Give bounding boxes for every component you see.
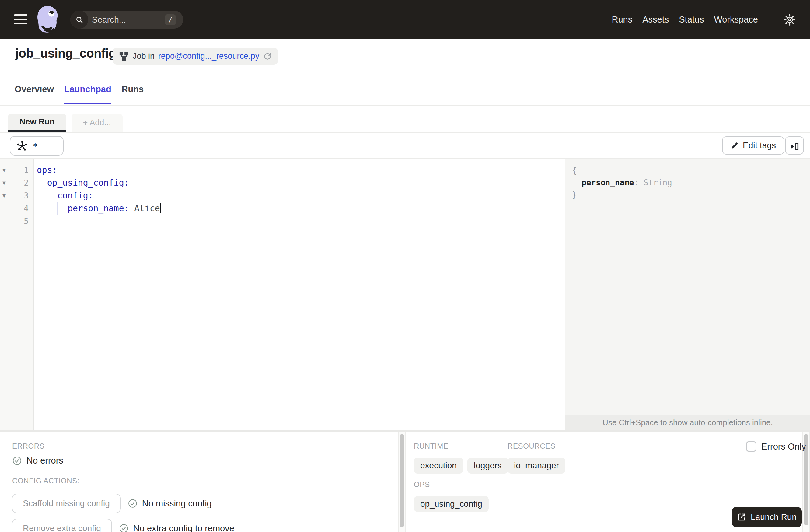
tag-io-manager[interactable]: io_manager — [507, 458, 565, 473]
job-graph-icon — [119, 51, 129, 62]
schema-line: } — [572, 189, 810, 201]
expand-panel-icon — [790, 141, 799, 150]
header-tabs: OverviewLaunchpadRuns — [15, 84, 144, 104]
editor-gutter: ▾1▾2▾345 — [0, 159, 34, 430]
job-badge-prefix: Job in — [133, 51, 155, 61]
check-circle-icon — [128, 499, 137, 508]
check-circle-icon — [119, 523, 129, 532]
edit-tags-label: Edit tags — [743, 141, 776, 150]
editor-line[interactable]: op_using_config: — [37, 177, 161, 189]
session-tab-new-run[interactable]: New Run — [8, 114, 66, 132]
config-action-row: Scaffold missing configNo missing config — [12, 494, 234, 513]
config-schema-panel: { person_name: String} — [565, 159, 810, 415]
editor-gutter-row: ▾1 — [0, 164, 33, 177]
errors-section-label: ERRORS — [12, 442, 45, 450]
ops-label: OPS — [414, 480, 489, 489]
resources-label: RESOURCES — [507, 442, 565, 450]
launch-run-button[interactable]: Launch Run — [732, 507, 802, 528]
nav-links: RunsAssetsStatusWorkspace — [612, 0, 796, 39]
hamburger-menu-icon[interactable] — [14, 14, 27, 25]
op-selector-chip[interactable]: * — [10, 136, 64, 156]
gear-icon[interactable] — [783, 13, 796, 26]
line-number: 5 — [24, 215, 29, 228]
editor-gutter-row: 5 — [0, 215, 33, 228]
reload-icon[interactable] — [263, 52, 272, 61]
editor-code[interactable]: ops: op_using_config: config: person_nam… — [37, 164, 161, 228]
runtime-tags: executionloggers — [414, 458, 508, 473]
editor-line[interactable]: ops: — [37, 164, 161, 177]
tag-loggers[interactable]: loggers — [467, 458, 508, 473]
schema-line: { — [572, 164, 810, 177]
line-number: 3 — [24, 189, 29, 202]
line-number: 4 — [24, 202, 29, 215]
dagster-logo[interactable] — [34, 5, 62, 35]
runtime-label: RUNTIME — [414, 442, 508, 450]
launch-run-label: Launch Run — [751, 512, 797, 522]
editor-line[interactable] — [37, 215, 161, 228]
editor-gutter-row: ▾2 — [0, 177, 33, 189]
editor-line[interactable]: config: — [37, 189, 161, 202]
fold-arrow-icon[interactable]: ▾ — [2, 189, 6, 202]
errors-only-toggle[interactable]: Errors Only — [746, 441, 806, 452]
text-cursor — [160, 203, 161, 213]
errors-only-label: Errors Only — [761, 441, 806, 452]
nav-link-status[interactable]: Status — [679, 15, 704, 25]
session-tabs: New Run+ Add... — [8, 114, 123, 132]
job-repo-badge: Job in repo@config..._resource.py — [113, 48, 278, 65]
check-circle-icon — [12, 456, 22, 466]
scaffold-missing-config-button[interactable]: Scaffold missing config — [12, 494, 121, 513]
launchpad-page: / RunsAssetsStatusWorkspace job_using_co… — [0, 0, 810, 532]
indent-guide — [47, 177, 47, 215]
errors-only-checkbox[interactable] — [746, 441, 757, 452]
search-icon — [70, 11, 88, 29]
tab-runs[interactable]: Runs — [122, 84, 144, 104]
left-panel-scrollbar — [398, 432, 406, 532]
search-shortcut-badge: / — [165, 14, 176, 25]
op-selector-icon — [16, 140, 28, 152]
resources-tags: io_manager — [507, 458, 565, 473]
ops-group: OPSop_using_config — [414, 480, 489, 512]
config-action-row: Remove extra configNo extra config to re… — [12, 519, 234, 532]
line-number: 1 — [24, 164, 29, 177]
remove-extra-config-button[interactable]: Remove extra config — [12, 519, 112, 532]
runtime-group: RUNTIMEexecutionloggers — [414, 442, 508, 473]
no-errors-status: No errors — [12, 456, 63, 466]
launch-icon — [737, 513, 746, 522]
no-extra-config-to-remove-status: No extra config to remove — [119, 523, 234, 532]
ops-tags: op_using_config — [414, 496, 489, 512]
schema-line: person_name: String — [572, 177, 810, 189]
editor-line[interactable]: person_name: Alice — [37, 202, 161, 215]
tab-launchpad[interactable]: Launchpad — [64, 84, 111, 104]
config-actions: Scaffold missing configNo missing config… — [12, 494, 234, 532]
edit-tags-button[interactable]: Edit tags — [722, 136, 784, 155]
top-nav: / RunsAssetsStatusWorkspace — [0, 0, 810, 39]
session-tab-add[interactable]: + Add... — [71, 114, 123, 132]
editor-gutter-row: ▾3 — [0, 189, 33, 202]
tag-op-using-config[interactable]: op_using_config — [414, 496, 489, 512]
nav-link-workspace[interactable]: Workspace — [714, 15, 758, 25]
editor-gutter-row: 4 — [0, 202, 33, 215]
tag-execution[interactable]: execution — [414, 458, 463, 473]
nav-link-assets[interactable]: Assets — [642, 15, 669, 25]
autocomplete-hint: Use Ctrl+Space to show auto-completions … — [565, 415, 810, 430]
no-missing-config-status: No missing config — [128, 499, 212, 509]
job-repo-link[interactable]: repo@config..._resource.py — [158, 51, 259, 61]
search-bar[interactable]: / — [70, 11, 183, 29]
toggle-second-panel-button[interactable] — [785, 136, 804, 155]
op-selector-value: * — [32, 141, 38, 152]
indent-guide — [57, 202, 58, 215]
config-editor[interactable]: ▾1▾2▾345 ops: op_using_config: config: p… — [0, 159, 565, 430]
fold-arrow-icon[interactable]: ▾ — [2, 164, 6, 177]
scrollbar-thumb[interactable] — [400, 434, 404, 527]
fold-arrow-icon[interactable]: ▾ — [2, 177, 6, 189]
line-number: 2 — [24, 177, 29, 189]
nav-link-runs[interactable]: Runs — [612, 15, 633, 25]
page-title: job_using_config — [15, 46, 116, 61]
tab-overview[interactable]: Overview — [15, 84, 54, 104]
pencil-icon — [731, 142, 739, 150]
no-errors-text: No errors — [27, 456, 63, 466]
resources-group: RESOURCESio_manager — [507, 442, 565, 473]
config-actions-label: CONFIG ACTIONS: — [12, 477, 79, 485]
